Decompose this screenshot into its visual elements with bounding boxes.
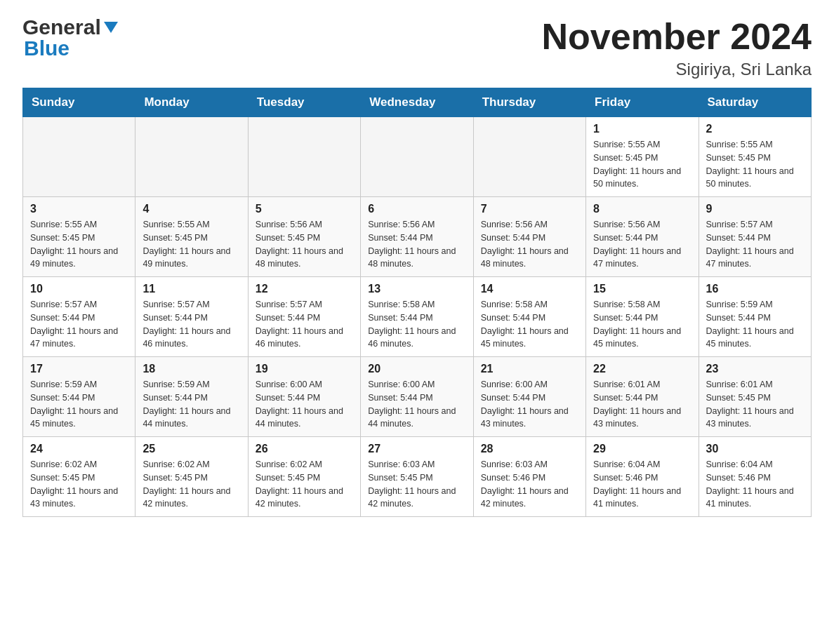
- calendar-cell: 29Sunrise: 6:04 AM Sunset: 5:46 PM Dayli…: [586, 437, 699, 517]
- day-number: 13: [368, 283, 465, 295]
- day-info: Sunrise: 6:02 AM Sunset: 5:45 PM Dayligh…: [143, 458, 240, 511]
- calendar-cell: [361, 117, 473, 197]
- day-number: 11: [143, 283, 240, 295]
- title-block: November 2024 Sigiriya, Sri Lanka: [542, 17, 812, 79]
- day-number: 29: [593, 443, 691, 455]
- day-info: Sunrise: 6:00 AM Sunset: 5:44 PM Dayligh…: [368, 378, 465, 431]
- calendar-cell: 11Sunrise: 5:57 AM Sunset: 5:44 PM Dayli…: [135, 277, 248, 357]
- calendar-cell: 1Sunrise: 5:55 AM Sunset: 5:45 PM Daylig…: [586, 117, 699, 197]
- day-number: 28: [481, 443, 578, 455]
- day-number: 17: [30, 363, 128, 375]
- page-header: General Blue November 2024 Sigiriya, Sri…: [22, 17, 812, 79]
- day-info: Sunrise: 5:57 AM Sunset: 5:44 PM Dayligh…: [30, 298, 128, 351]
- calendar-table: SundayMondayTuesdayWednesdayThursdayFrid…: [22, 88, 812, 517]
- calendar-cell: 30Sunrise: 6:04 AM Sunset: 5:46 PM Dayli…: [699, 437, 811, 517]
- day-number: 23: [706, 363, 804, 375]
- day-info: Sunrise: 5:56 AM Sunset: 5:44 PM Dayligh…: [368, 218, 465, 271]
- day-number: 3: [30, 203, 128, 215]
- svg-marker-0: [104, 22, 118, 33]
- day-info: Sunrise: 5:57 AM Sunset: 5:44 PM Dayligh…: [706, 218, 804, 271]
- calendar-cell: 26Sunrise: 6:02 AM Sunset: 5:45 PM Dayli…: [248, 437, 360, 517]
- day-info: Sunrise: 6:04 AM Sunset: 5:46 PM Dayligh…: [593, 458, 691, 511]
- calendar-cell: 17Sunrise: 5:59 AM Sunset: 5:44 PM Dayli…: [23, 357, 135, 437]
- day-number: 4: [143, 203, 240, 215]
- day-number: 2: [706, 123, 804, 135]
- weekday-header-thursday: Thursday: [473, 88, 585, 117]
- day-info: Sunrise: 6:03 AM Sunset: 5:46 PM Dayligh…: [481, 458, 578, 511]
- day-info: Sunrise: 5:59 AM Sunset: 5:44 PM Dayligh…: [143, 378, 240, 431]
- week-row-4: 17Sunrise: 5:59 AM Sunset: 5:44 PM Dayli…: [23, 357, 812, 437]
- day-info: Sunrise: 5:59 AM Sunset: 5:44 PM Dayligh…: [706, 298, 804, 351]
- calendar-cell: 24Sunrise: 6:02 AM Sunset: 5:45 PM Dayli…: [23, 437, 135, 517]
- day-info: Sunrise: 6:00 AM Sunset: 5:44 PM Dayligh…: [256, 378, 353, 431]
- day-info: Sunrise: 5:56 AM Sunset: 5:44 PM Dayligh…: [593, 218, 691, 271]
- day-info: Sunrise: 5:55 AM Sunset: 5:45 PM Dayligh…: [143, 218, 240, 271]
- calendar-cell: 3Sunrise: 5:55 AM Sunset: 5:45 PM Daylig…: [23, 197, 135, 277]
- weekday-header-friday: Friday: [586, 88, 699, 117]
- day-info: Sunrise: 5:57 AM Sunset: 5:44 PM Dayligh…: [256, 298, 353, 351]
- week-row-5: 24Sunrise: 6:02 AM Sunset: 5:45 PM Dayli…: [23, 437, 812, 517]
- day-number: 16: [706, 283, 804, 295]
- day-number: 5: [256, 203, 353, 215]
- week-row-1: 1Sunrise: 5:55 AM Sunset: 5:45 PM Daylig…: [23, 117, 812, 197]
- calendar-cell: 14Sunrise: 5:58 AM Sunset: 5:44 PM Dayli…: [473, 277, 585, 357]
- week-row-2: 3Sunrise: 5:55 AM Sunset: 5:45 PM Daylig…: [23, 197, 812, 277]
- day-info: Sunrise: 5:56 AM Sunset: 5:45 PM Dayligh…: [256, 218, 353, 271]
- calendar-cell: 28Sunrise: 6:03 AM Sunset: 5:46 PM Dayli…: [473, 437, 585, 517]
- day-info: Sunrise: 6:01 AM Sunset: 5:44 PM Dayligh…: [593, 378, 691, 431]
- day-number: 20: [368, 363, 465, 375]
- day-number: 1: [593, 123, 691, 135]
- day-number: 25: [143, 443, 240, 455]
- calendar-cell: 23Sunrise: 6:01 AM Sunset: 5:45 PM Dayli…: [699, 357, 811, 437]
- calendar-header-row: SundayMondayTuesdayWednesdayThursdayFrid…: [23, 88, 812, 117]
- calendar-cell: 5Sunrise: 5:56 AM Sunset: 5:45 PM Daylig…: [248, 197, 360, 277]
- calendar-cell: [23, 117, 135, 197]
- day-number: 21: [481, 363, 578, 375]
- day-info: Sunrise: 5:55 AM Sunset: 5:45 PM Dayligh…: [706, 138, 804, 191]
- calendar-cell: [248, 117, 360, 197]
- weekday-header-tuesday: Tuesday: [248, 88, 360, 117]
- day-info: Sunrise: 6:00 AM Sunset: 5:44 PM Dayligh…: [481, 378, 578, 431]
- weekday-header-wednesday: Wednesday: [361, 88, 473, 117]
- day-info: Sunrise: 5:56 AM Sunset: 5:44 PM Dayligh…: [481, 218, 578, 271]
- day-number: 18: [143, 363, 240, 375]
- calendar-cell: 4Sunrise: 5:55 AM Sunset: 5:45 PM Daylig…: [135, 197, 248, 277]
- day-number: 30: [706, 443, 804, 455]
- day-info: Sunrise: 5:55 AM Sunset: 5:45 PM Dayligh…: [30, 218, 128, 271]
- day-info: Sunrise: 6:02 AM Sunset: 5:45 PM Dayligh…: [30, 458, 128, 511]
- calendar-cell: 12Sunrise: 5:57 AM Sunset: 5:44 PM Dayli…: [248, 277, 360, 357]
- calendar-cell: 27Sunrise: 6:03 AM Sunset: 5:45 PM Dayli…: [361, 437, 473, 517]
- calendar-subtitle: Sigiriya, Sri Lanka: [542, 60, 812, 79]
- calendar-cell: 6Sunrise: 5:56 AM Sunset: 5:44 PM Daylig…: [361, 197, 473, 277]
- day-number: 8: [593, 203, 691, 215]
- day-info: Sunrise: 6:01 AM Sunset: 5:45 PM Dayligh…: [706, 378, 804, 431]
- weekday-header-sunday: Sunday: [23, 88, 135, 117]
- logo-blue-text: Blue: [24, 36, 70, 60]
- calendar-cell: 18Sunrise: 5:59 AM Sunset: 5:44 PM Dayli…: [135, 357, 248, 437]
- logo-arrow-icon: [104, 22, 118, 36]
- calendar-cell: 22Sunrise: 6:01 AM Sunset: 5:44 PM Dayli…: [586, 357, 699, 437]
- day-number: 10: [30, 283, 128, 295]
- day-number: 15: [593, 283, 691, 295]
- calendar-cell: 21Sunrise: 6:00 AM Sunset: 5:44 PM Dayli…: [473, 357, 585, 437]
- day-number: 26: [256, 443, 353, 455]
- calendar-title: November 2024: [542, 17, 812, 57]
- calendar-cell: 7Sunrise: 5:56 AM Sunset: 5:44 PM Daylig…: [473, 197, 585, 277]
- day-info: Sunrise: 5:58 AM Sunset: 5:44 PM Dayligh…: [593, 298, 691, 351]
- day-info: Sunrise: 5:59 AM Sunset: 5:44 PM Dayligh…: [30, 378, 128, 431]
- day-info: Sunrise: 5:58 AM Sunset: 5:44 PM Dayligh…: [481, 298, 578, 351]
- weekday-header-saturday: Saturday: [699, 88, 811, 117]
- calendar-cell: 9Sunrise: 5:57 AM Sunset: 5:44 PM Daylig…: [699, 197, 811, 277]
- day-info: Sunrise: 5:57 AM Sunset: 5:44 PM Dayligh…: [143, 298, 240, 351]
- calendar-cell: 25Sunrise: 6:02 AM Sunset: 5:45 PM Dayli…: [135, 437, 248, 517]
- day-number: 22: [593, 363, 691, 375]
- day-number: 14: [481, 283, 578, 295]
- logo: General Blue: [22, 17, 118, 59]
- calendar-cell: 20Sunrise: 6:00 AM Sunset: 5:44 PM Dayli…: [361, 357, 473, 437]
- calendar-cell: 15Sunrise: 5:58 AM Sunset: 5:44 PM Dayli…: [586, 277, 699, 357]
- day-number: 6: [368, 203, 465, 215]
- week-row-3: 10Sunrise: 5:57 AM Sunset: 5:44 PM Dayli…: [23, 277, 812, 357]
- day-number: 24: [30, 443, 128, 455]
- day-number: 27: [368, 443, 465, 455]
- day-number: 9: [706, 203, 804, 215]
